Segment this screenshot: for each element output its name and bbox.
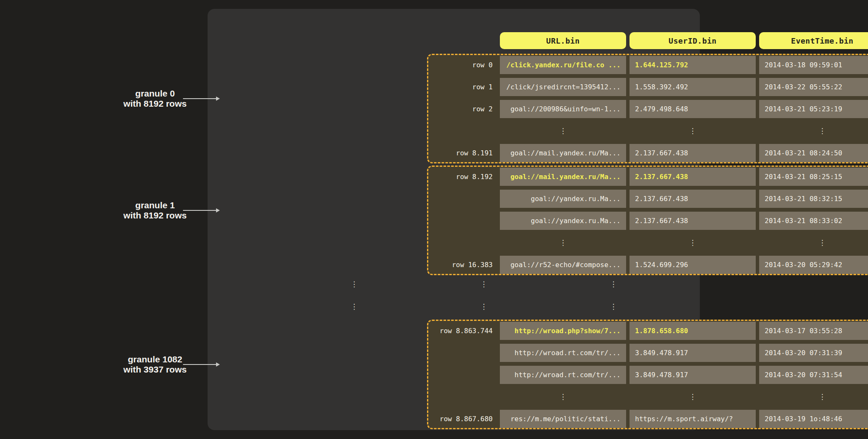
eventtime-cell: 2014-03-21 08:25:15: [759, 168, 868, 186]
annotation-line: granule 0: [104, 88, 206, 99]
annotation-line: granule 1: [104, 200, 206, 210]
userid-cell: 1.644.125.792: [630, 56, 756, 74]
eventtime-cell: 2014-03-20 05:29:42: [759, 256, 868, 274]
table-row: http://wroad.rt.com/tr/... 3.849.478.917…: [428, 366, 868, 384]
ellipsis-row: ⋮ ⋮ ⋮: [428, 388, 868, 406]
url-cell: goal://200986&uinfo=wn-1...: [500, 100, 626, 118]
row-index-label: row 8.192: [428, 168, 493, 186]
vertical-ellipsis-icon: ⋮: [630, 388, 756, 406]
granule-0-box: row 0 /click.yandex.ru/file.co ... 1.644…: [427, 54, 868, 163]
userid-cell: 2.137.667.438: [630, 168, 756, 186]
vertical-ellipsis-icon: ⋮: [291, 298, 417, 316]
vertical-ellipsis-icon: ⋮: [550, 298, 677, 316]
column-header-userid-bin: UserID.bin: [630, 32, 756, 49]
table-row: row 8.191 goal://mail.yandex.ru/Ma... 2.…: [428, 144, 868, 162]
arrow-icon: [183, 98, 216, 99]
row-index-label: row 8.867.680: [428, 410, 493, 428]
vertical-ellipsis-icon: ⋮: [500, 388, 626, 406]
table-row: http://wroad.rt.com/tr/... 3.849.478.917…: [428, 344, 868, 362]
url-cell: http://wroad.rt.com/tr/...: [500, 344, 626, 362]
eventtime-cell: 2014-03-22 05:55:22: [759, 78, 868, 96]
vertical-ellipsis-icon: ⋮: [421, 275, 547, 293]
vertical-ellipsis-icon: ⋮: [759, 388, 868, 406]
userid-cell: 1.524.699.296: [630, 256, 756, 274]
userid-cell: 1.878.658.680: [630, 322, 756, 340]
userid-cell: https://m.sport.airway/?: [630, 410, 756, 428]
userid-cell: 1.558.392.492: [630, 78, 756, 96]
userid-cell: 3.849.478.917: [630, 366, 756, 384]
userid-cell: 2.137.667.438: [630, 144, 756, 162]
row-index-label: row 8.191: [428, 144, 493, 162]
table-row: goal://yandex.ru.Ma... 2.137.667.438 201…: [428, 212, 868, 230]
vertical-ellipsis-icon: ⋮: [500, 122, 626, 140]
row-index-label: [428, 344, 493, 362]
userid-cell: 2.479.498.648: [630, 100, 756, 118]
eventtime-cell: 2014-03-18 09:59:01: [759, 56, 868, 74]
url-cell: http://wroad.php?show/7...: [500, 322, 626, 340]
table-row: row 2 goal://200986&uinfo=wn-1... 2.479.…: [428, 100, 868, 118]
eventtime-cell: 2014-03-20 07:31:54: [759, 366, 868, 384]
userid-cell: 3.849.478.917: [630, 344, 756, 362]
table-row: row 1 /click/jsredircnt=1395412... 1.558…: [428, 78, 868, 96]
row-index-label: [428, 366, 493, 384]
eventtime-cell: 2014-03-19 1o:48:46: [759, 410, 868, 428]
column-header-eventtime-bin: EventTime.bin: [759, 32, 868, 49]
table-row: goal://yandex.ru.Ma... 2.137.667.438 201…: [428, 190, 868, 208]
eventtime-cell: 2014-03-21 08:33:02: [759, 212, 868, 230]
vertical-ellipsis-icon: ⋮: [630, 122, 756, 140]
table-row: row 8.867.680 res://m.me/politic/stati..…: [428, 410, 868, 428]
url-cell: goal://r52-echo/#compose...: [500, 256, 626, 274]
annotation-line: with 8192 rows: [104, 99, 206, 109]
url-cell: /click/jsredircnt=1395412...: [500, 78, 626, 96]
userid-cell: 2.137.667.438: [630, 190, 756, 208]
url-cell: res://m.me/politic/stati...: [500, 410, 626, 428]
table-row: row 16.383 goal://r52-echo/#compose... 1…: [428, 256, 868, 274]
diagram-panel: URL.bin UserID.bin EventTime.bin row 0 /…: [208, 9, 700, 430]
row-index-label: row 8.863.744: [428, 322, 493, 340]
annotation-line: with 3937 rows: [104, 364, 206, 375]
vertical-ellipsis-icon: ⋮: [630, 234, 756, 252]
url-cell: /click.yandex.ru/file.co ...: [500, 56, 626, 74]
granule-1082-box: row 8.863.744 http://wroad.php?show/7...…: [427, 320, 868, 429]
arrow-icon: [183, 364, 216, 365]
annotation-line: granule 1082: [104, 354, 206, 364]
vertical-ellipsis-icon: ⋮: [759, 234, 868, 252]
eventtime-cell: 2014-03-21 05:23:19: [759, 100, 868, 118]
table-row: row 0 /click.yandex.ru/file.co ... 1.644…: [428, 56, 868, 74]
arrow-icon: [183, 210, 216, 211]
vertical-ellipsis-icon: ⋮: [500, 234, 626, 252]
vertical-ellipsis-icon: ⋮: [421, 298, 547, 316]
eventtime-cell: 2014-03-17 03:55:28: [759, 322, 868, 340]
vertical-ellipsis-icon: ⋮: [291, 275, 417, 293]
table-row: row 8.863.744 http://wroad.php?show/7...…: [428, 322, 868, 340]
url-cell: goal://yandex.ru.Ma...: [500, 190, 626, 208]
url-cell: http://wroad.rt.com/tr/...: [500, 366, 626, 384]
vertical-ellipsis-icon: ⋮: [550, 275, 677, 293]
row-index-label: row 0: [428, 56, 493, 74]
row-index-label: row 2: [428, 100, 493, 118]
url-cell: goal://yandex.ru.Ma...: [500, 212, 626, 230]
row-index-label: row 1: [428, 78, 493, 96]
ellipsis-row: ⋮ ⋮ ⋮: [219, 298, 690, 316]
column-header-url-bin: URL.bin: [500, 32, 626, 49]
annotation-line: with 8192 rows: [104, 210, 206, 221]
url-cell: goal://mail.yandex.ru/Ma...: [500, 168, 626, 186]
eventtime-cell: 2014-03-21 08:24:50: [759, 144, 868, 162]
ellipsis-row: ⋮ ⋮ ⋮: [219, 275, 690, 293]
vertical-ellipsis-icon: ⋮: [759, 122, 868, 140]
table-row: row 8.192 goal://mail.yandex.ru/Ma... 2.…: [428, 168, 868, 186]
eventtime-cell: 2014-03-20 07:31:39: [759, 344, 868, 362]
row-index-label: row 16.383: [428, 256, 493, 274]
row-index-label: [428, 190, 493, 208]
ellipsis-row: ⋮ ⋮ ⋮: [428, 234, 868, 252]
url-cell: goal://mail.yandex.ru/Ma...: [500, 144, 626, 162]
granule-1-box: row 8.192 goal://mail.yandex.ru/Ma... 2.…: [427, 166, 868, 275]
row-index-label: [428, 212, 493, 230]
ellipsis-row: ⋮ ⋮ ⋮: [428, 122, 868, 140]
eventtime-cell: 2014-03-21 08:32:15: [759, 190, 868, 208]
userid-cell: 2.137.667.438: [630, 212, 756, 230]
